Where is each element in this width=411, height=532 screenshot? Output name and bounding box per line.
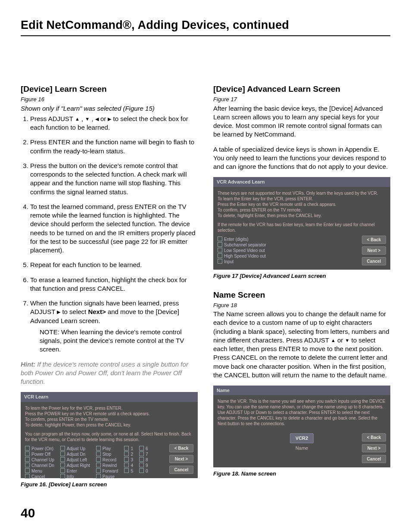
shot16-instr: To learn the Power key for the VCR, pres… <box>25 405 193 428</box>
figure-18-caption: Figure 18. Name screen <box>213 470 390 478</box>
adv-p1: After learning the basic device keys, th… <box>213 104 390 139</box>
step-2: Press ENTER and the function name will b… <box>30 138 198 156</box>
name-heading: Name Screen <box>213 289 390 301</box>
shot16-title: VCR Learn <box>21 392 198 401</box>
arrow-down-icon: ▼ <box>85 116 90 122</box>
step-5: Repeat for each function to be learned. <box>30 261 198 269</box>
shot18-title: Name <box>213 386 390 395</box>
shot16-instr2: You can program all the keys now, only s… <box>25 431 193 442</box>
step-3: Press the button on the device's remote … <box>30 162 198 196</box>
shot18-instr: Name the VCR. This is the name you will … <box>218 398 386 426</box>
step-1: Press ADJUST ▲ , ▼ , ◀ or ▶ to select th… <box>30 115 198 132</box>
shot17-back-button: < Back <box>362 236 386 244</box>
page-number: 40 <box>21 504 35 522</box>
arrow-up-icon: ▲ <box>331 337 336 344</box>
title-rule <box>21 35 390 36</box>
shot16-functions: Power (On) Power Off Channel Up Channel … <box>25 446 193 479</box>
adv-heading: [Device] Advanced Learn Screen <box>213 84 390 95</box>
shot17-items: Enter (digits) Subchannel separator Low … <box>218 236 386 264</box>
shot18-buttons: < Back Next > Cancel <box>362 433 386 463</box>
step-6: To erase a learned function, highlight t… <box>30 276 198 293</box>
shot16-cancel-button: Cancel <box>169 466 193 474</box>
shot18-cancel-button: Cancel <box>362 455 386 463</box>
shot17-cancel-button: Cancel <box>362 257 386 265</box>
shot18-next-button: Next > <box>362 444 386 452</box>
shot17-title: VCR Advanced Learn <box>213 177 390 187</box>
figure-18-screenshot: Name Name the VCR. This is the name you … <box>213 386 390 467</box>
step-7: When the function signals have been lear… <box>30 299 198 354</box>
arrow-down-icon: ▼ <box>345 337 349 344</box>
shot18-name-chip: VCR2 <box>290 433 314 443</box>
shot18-name-label: Name <box>296 445 308 451</box>
name-figref: Figure 18 <box>213 302 390 309</box>
figure-16-screenshot: VCR Learn To learn the Power key for the… <box>21 392 198 478</box>
shot17-buttons: < Back Next > Cancel <box>362 236 386 265</box>
figure-17-caption: Figure 17 [Device] Advanced Learn screen <box>213 272 390 280</box>
shot18-back-button: < Back <box>362 433 386 442</box>
shot17-next-button: Next > <box>362 246 386 255</box>
learn-figref: Figure 16 <box>21 96 198 103</box>
learn-steps: Press ADJUST ▲ , ▼ , ◀ or ▶ to select th… <box>21 115 198 354</box>
step-4: To test the learned command, press ENTER… <box>30 202 198 255</box>
shot17-instr: These keys are not supported for most VC… <box>218 190 386 218</box>
shot17-instr2: If the remote for the VCR has two Enter … <box>218 222 386 233</box>
shot16-next-button: Next > <box>169 455 193 463</box>
adv-figref: Figure 17 <box>213 96 390 103</box>
name-para: The Name screen allows you to change the… <box>213 310 390 380</box>
learn-heading: [Device] Learn Screen <box>21 84 198 95</box>
shot16-buttons: < Back Next > Cancel <box>169 444 193 474</box>
arrow-up-icon: ▲ <box>75 116 80 122</box>
page-title: Edit NetCommand®, Adding Devices, contin… <box>21 17 390 33</box>
arrow-left-icon: ◀ <box>95 116 99 122</box>
learn-note: NOTE: When learning the device's remote … <box>40 328 198 354</box>
shot16-back-button: < Back <box>169 444 193 452</box>
left-column: [Device] Learn Screen Figure 16 Shown on… <box>21 84 198 488</box>
learn-hint: Hint: If the device's remote control use… <box>21 360 198 386</box>
right-column: [Device] Advanced Learn Screen Figure 17… <box>213 84 390 488</box>
figure-17-screenshot: VCR Advanced Learn These keys are not su… <box>213 177 390 270</box>
adv-p2: A table of specialized device keys is sh… <box>213 145 390 171</box>
learn-shown-note: Shown only if "Learn" was selected (Figu… <box>21 104 198 113</box>
